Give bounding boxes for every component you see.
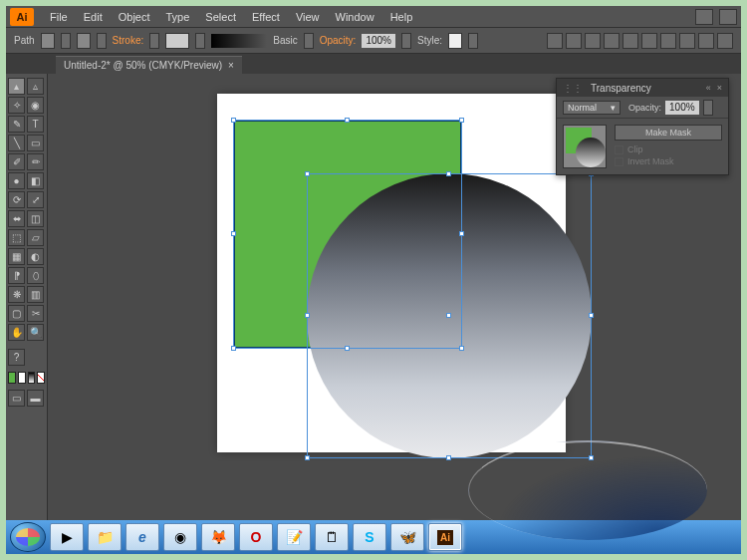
opacity-field[interactable]: 100% <box>362 34 395 48</box>
fill-swatch[interactable] <box>41 33 55 49</box>
clip-checkbox[interactable] <box>615 145 623 154</box>
make-mask-button[interactable]: Make Mask <box>615 125 722 140</box>
taskbar-firefox-icon[interactable]: 🦊 <box>201 523 235 551</box>
transform-icon[interactable] <box>679 33 695 49</box>
brush-definition[interactable] <box>211 34 267 48</box>
align-right-icon[interactable] <box>604 33 620 49</box>
selection-handle[interactable] <box>589 313 594 318</box>
gradient-tool[interactable]: ◐ <box>27 248 44 265</box>
panel-collapse-icon[interactable]: « <box>706 83 711 93</box>
start-button[interactable] <box>10 522 46 552</box>
menu-select[interactable]: Select <box>197 11 244 23</box>
panel-opacity-field[interactable]: 100% <box>665 101 699 115</box>
fill-color-swatch[interactable] <box>8 372 16 384</box>
recolor-icon[interactable] <box>547 33 563 49</box>
scale-tool[interactable]: ⤢ <box>27 191 44 208</box>
selection-handle[interactable] <box>305 313 310 318</box>
stroke-color-swatch[interactable] <box>18 372 26 384</box>
panel-header[interactable]: ⋮⋮ Transparency « × <box>557 79 728 97</box>
none-swatch[interactable] <box>37 372 45 384</box>
invert-mask-checkbox[interactable] <box>615 157 623 166</box>
menu-file[interactable]: File <box>42 11 76 23</box>
style-dropdown[interactable] <box>468 33 478 49</box>
selection-handle[interactable] <box>231 231 236 236</box>
edit-clip-icon[interactable] <box>717 33 733 49</box>
type-tool[interactable]: T <box>27 116 44 133</box>
document-tab[interactable]: Untitled-2* @ 50% (CMYK/Preview) × <box>56 56 242 74</box>
taskbar-chrome-icon[interactable]: ◉ <box>163 523 197 551</box>
stroke-swatch[interactable] <box>77 33 91 49</box>
taskbar-opera-icon[interactable]: O <box>239 523 273 551</box>
slice-tool[interactable]: ✂ <box>27 305 44 322</box>
blend-tool[interactable]: ⬯ <box>27 267 44 284</box>
menu-edit[interactable]: Edit <box>76 11 111 23</box>
width-tool[interactable]: ⬌ <box>8 210 25 227</box>
lasso-tool[interactable]: ◉ <box>27 97 44 114</box>
blend-mode-select[interactable]: Normal▾ <box>563 101 621 115</box>
taskbar-explorer-icon[interactable]: 📁 <box>88 523 122 551</box>
align-left-icon[interactable] <box>566 33 582 49</box>
graphic-style-swatch[interactable] <box>448 33 462 49</box>
transparency-panel[interactable]: ⋮⋮ Transparency « × Normal▾ Opacity: 100… <box>556 78 729 175</box>
gradient-swatch[interactable] <box>28 372 36 384</box>
menu-type[interactable]: Type <box>158 11 198 23</box>
selection-handle[interactable] <box>305 455 310 460</box>
direct-selection-tool[interactable]: ▵ <box>27 78 44 95</box>
selection-tool[interactable]: ▴ <box>8 78 25 95</box>
menu-help[interactable]: Help <box>382 11 421 23</box>
selection-handle[interactable] <box>446 171 451 176</box>
workspace-icon[interactable] <box>695 9 713 25</box>
selection-handle[interactable] <box>231 346 236 351</box>
menu-object[interactable]: Object <box>111 11 158 23</box>
panel-grip-icon[interactable]: ⋮⋮ <box>563 83 583 94</box>
taskbar-msn-icon[interactable]: 🦋 <box>390 523 424 551</box>
selection-handle[interactable] <box>459 118 464 123</box>
screen-mode-full[interactable]: ▬ <box>27 390 44 407</box>
hand-tool[interactable]: ✋ <box>8 324 25 341</box>
stroke-weight-dropdown[interactable] <box>149 33 159 49</box>
fill-dropdown[interactable] <box>61 33 71 49</box>
stroke-dropdown[interactable] <box>97 33 107 49</box>
graph-tool[interactable]: ▥ <box>27 286 44 303</box>
align-top-icon[interactable] <box>622 33 638 49</box>
align-bottom-icon[interactable] <box>660 33 676 49</box>
taskbar-media-player-icon[interactable]: ▶ <box>50 523 84 551</box>
taskbar-skype-icon[interactable]: S <box>353 523 386 551</box>
selection-handle[interactable] <box>345 118 350 123</box>
magic-wand-tool[interactable]: ✧ <box>8 97 25 114</box>
perspective-tool[interactable]: ▱ <box>27 229 44 246</box>
align-center-icon[interactable] <box>585 33 601 49</box>
panel-close-icon[interactable]: × <box>717 83 722 93</box>
center-handle[interactable] <box>446 313 451 318</box>
menu-view[interactable]: View <box>288 11 328 23</box>
pen-tool[interactable]: ✎ <box>8 116 25 133</box>
rotate-tool[interactable]: ⟳ <box>8 191 25 208</box>
blob-brush-tool[interactable]: ● <box>8 172 25 189</box>
shape-builder-tool[interactable]: ⬚ <box>8 229 25 246</box>
opacity-dropdown[interactable] <box>401 33 411 49</box>
rectangle-tool[interactable]: ▭ <box>27 135 44 151</box>
transparency-thumbnail[interactable] <box>563 125 607 168</box>
selection-handle[interactable] <box>305 171 310 176</box>
mesh-tool[interactable]: ▦ <box>8 248 25 265</box>
eyedropper-tool[interactable]: ⁋ <box>8 267 25 284</box>
pencil-tool[interactable]: ✏ <box>27 153 44 170</box>
selection-handle[interactable] <box>589 455 594 460</box>
help-tool[interactable]: ? <box>8 349 25 366</box>
eraser-tool[interactable]: ◧ <box>27 172 44 189</box>
taskbar-editor-icon[interactable]: 📝 <box>277 523 311 551</box>
taskbar-ie-icon[interactable]: e <box>125 523 159 551</box>
zoom-tool[interactable]: 🔍 <box>27 324 44 341</box>
artboard-tool[interactable]: ▢ <box>8 305 25 322</box>
isolate-icon[interactable] <box>698 33 714 49</box>
tab-close-icon[interactable]: × <box>228 60 234 71</box>
taskbar-notes-icon[interactable]: 🗒 <box>315 523 349 551</box>
align-middle-icon[interactable] <box>641 33 657 49</box>
stroke-weight-stepper[interactable] <box>195 33 205 49</box>
selection-handle[interactable] <box>231 118 236 123</box>
symbol-sprayer-tool[interactable]: ❋ <box>8 286 25 303</box>
free-transform-tool[interactable]: ◫ <box>27 210 44 227</box>
canvas[interactable]: ⋮⋮ Transparency « × Normal▾ Opacity: 100… <box>48 74 741 536</box>
line-tool[interactable]: ╲ <box>8 135 25 151</box>
menu-window[interactable]: Window <box>328 11 382 23</box>
